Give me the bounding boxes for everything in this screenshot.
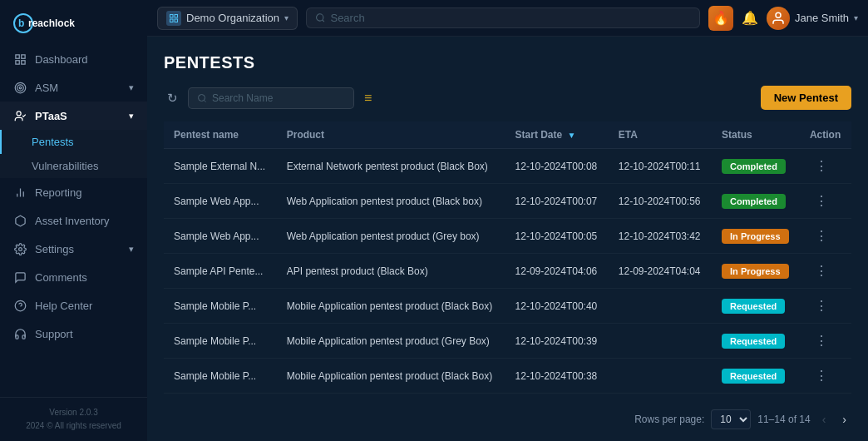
sidebar-item-reporting[interactable]: Reporting xyxy=(0,178,147,206)
cell-pentest-name: Sample Web App... xyxy=(164,219,277,254)
row-action-button[interactable]: ⋮ xyxy=(810,226,833,245)
status-badge: In Progress xyxy=(722,229,789,244)
sidebar: b reachlock Dashboard ASM ▾ PTaaS ▾ xyxy=(0,0,147,441)
chevron-down-icon: ▾ xyxy=(129,244,134,255)
user-check-icon xyxy=(13,109,27,122)
refresh-button[interactable]: ↻ xyxy=(164,87,181,109)
user-name: Jane Smith xyxy=(795,12,849,24)
sidebar-item-vulnerabilities[interactable]: Vulnerabilities xyxy=(0,154,147,178)
svg-rect-3 xyxy=(15,54,18,57)
sidebar-item-ptaas[interactable]: PTaaS ▾ xyxy=(0,102,147,130)
row-action-button[interactable]: ⋮ xyxy=(810,296,833,315)
cell-product: Web Application pentest product (Grey bo… xyxy=(277,219,506,254)
sidebar-item-label: Asset Inventory xyxy=(35,215,110,227)
cell-action: ⋮ xyxy=(800,324,851,359)
sidebar-item-support[interactable]: Support xyxy=(0,320,147,348)
org-selector[interactable]: Demo Organization ▾ xyxy=(157,7,298,30)
col-label: Status xyxy=(722,129,752,141)
sidebar-item-asset-inventory[interactable]: Asset Inventory xyxy=(0,206,147,235)
status-badge: In Progress xyxy=(722,264,789,279)
row-action-button[interactable]: ⋮ xyxy=(810,261,833,280)
rows-per-page-select[interactable]: 10 25 50 xyxy=(711,409,751,429)
cell-start-date: 12-09-2024T04:06 xyxy=(506,254,609,289)
avatar xyxy=(767,7,790,30)
cell-start-date: 12-10-2024T00:39 xyxy=(506,324,609,359)
notification-icon[interactable]: 🔔 xyxy=(742,10,758,26)
pagination-info: 11–14 of 14 xyxy=(757,414,810,425)
pentests-table-container: Pentest name Product Start Date ▼ ETA xyxy=(164,121,851,403)
sidebar-item-label: Settings xyxy=(35,243,74,255)
row-action-button[interactable]: ⋮ xyxy=(810,331,833,350)
logo-svg: b reachlock xyxy=(13,12,105,35)
cell-pentest-name: Sample Mobile P... xyxy=(164,324,277,359)
svg-line-25 xyxy=(204,100,205,102)
table-row: Sample Mobile P... Mobile Application pe… xyxy=(164,289,851,324)
table-row: Sample Web App... Web Application pentes… xyxy=(164,219,851,254)
col-label: Product xyxy=(287,129,324,141)
sidebar-item-pentests[interactable]: Pentests xyxy=(0,130,147,154)
cell-pentest-name: Sample Mobile P... xyxy=(164,359,277,394)
status-badge: Requested xyxy=(722,369,785,384)
cell-start-date: 12-10-2024T00:38 xyxy=(506,359,609,394)
cell-status: Requested xyxy=(712,324,800,359)
svg-point-21 xyxy=(317,14,323,21)
table-header: Pentest name Product Start Date ▼ ETA xyxy=(164,121,851,149)
sidebar-item-dashboard[interactable]: Dashboard xyxy=(0,45,147,73)
cell-action: ⋮ xyxy=(800,149,851,184)
svg-rect-17 xyxy=(170,14,174,17)
topbar-icons: 🔥 🔔 Jane Smith ▾ xyxy=(708,6,858,31)
status-badge: Requested xyxy=(722,334,785,349)
col-product: Product xyxy=(277,121,506,149)
svg-point-10 xyxy=(17,111,21,115)
new-pentest-button[interactable]: New Pentest xyxy=(761,86,851,110)
cell-product: Mobile Application pentest product (Blac… xyxy=(277,359,506,394)
status-badge: Completed xyxy=(722,194,786,209)
svg-rect-4 xyxy=(21,54,24,57)
bar-chart-icon xyxy=(13,186,27,199)
sidebar-item-help-center[interactable]: Help Center xyxy=(0,291,147,320)
svg-text:reachlock: reachlock xyxy=(28,17,75,29)
col-start-date[interactable]: Start Date ▼ xyxy=(506,121,609,149)
filter-icon[interactable]: ≡ xyxy=(364,91,372,106)
cell-pentest-name: Sample Web App... xyxy=(164,184,277,219)
cell-product: Mobile Application pentest product (Blac… xyxy=(277,289,506,324)
row-action-button[interactable]: ⋮ xyxy=(810,191,833,211)
topbar-search[interactable] xyxy=(306,7,700,28)
sidebar-item-asm[interactable]: ASM ▾ xyxy=(0,73,147,102)
org-chevron-icon: ▾ xyxy=(284,13,289,22)
search-input[interactable] xyxy=(330,12,690,24)
sidebar-item-label: PTaaS xyxy=(35,110,67,122)
sidebar-item-settings[interactable]: Settings ▾ xyxy=(0,235,147,263)
search-icon xyxy=(315,12,325,23)
row-action-button[interactable]: ⋮ xyxy=(810,366,833,385)
pagination-prev-button[interactable]: ‹ xyxy=(817,411,831,428)
toolbar-search-bar[interactable] xyxy=(188,87,354,109)
toolbar-search-icon xyxy=(197,93,207,103)
col-pentest-name: Pentest name xyxy=(164,121,277,149)
copyright-text: 2024 © All rights reserved xyxy=(13,419,134,433)
user-info[interactable]: Jane Smith ▾ xyxy=(767,7,858,30)
col-label: Pentest name xyxy=(174,129,239,141)
sidebar-item-label: Support xyxy=(35,328,73,340)
sidebar-item-label: Dashboard xyxy=(35,53,88,66)
row-action-button[interactable]: ⋮ xyxy=(810,156,833,176)
topbar-brand-icon[interactable]: 🔥 xyxy=(708,6,733,31)
pagination-next-button[interactable]: › xyxy=(837,411,851,428)
user-chevron-icon: ▾ xyxy=(854,13,858,22)
svg-point-24 xyxy=(199,94,205,101)
main-content: Demo Organization ▾ 🔥 🔔 Jane Smith ▾ PEN… xyxy=(147,0,868,441)
cell-start-date: 12-10-2024T00:40 xyxy=(506,289,609,324)
cell-pentest-name: Sample External N... xyxy=(164,149,277,184)
cell-status: Completed xyxy=(712,149,800,184)
svg-point-8 xyxy=(17,84,23,91)
table-body: Sample External N... External Network pe… xyxy=(164,149,851,394)
cell-eta xyxy=(609,289,712,324)
col-label: Start Date xyxy=(515,129,563,141)
table-row: Sample Web App... Web Application pentes… xyxy=(164,184,851,219)
logo: b reachlock xyxy=(0,0,147,45)
sidebar-item-comments[interactable]: Comments xyxy=(0,263,147,291)
gear-icon xyxy=(13,242,27,255)
pentest-search-input[interactable] xyxy=(212,92,345,104)
svg-rect-6 xyxy=(21,60,24,63)
status-badge: Requested xyxy=(722,299,785,314)
